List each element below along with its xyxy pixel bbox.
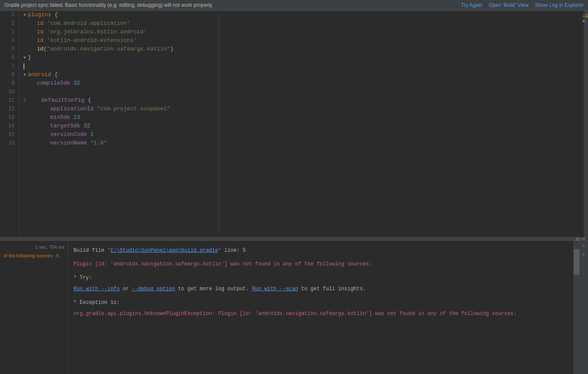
build-output-line: * Exception is: [74, 299, 568, 306]
string-token: 'kotlin-android-extensions' [47, 37, 137, 44]
number-token: 32 [83, 123, 90, 129]
build-time: 1 sec, 704 ms [0, 243, 68, 251]
error-text: org.gradle.api.plugins.UnknownPluginExce… [74, 311, 517, 317]
property-token: defaultConfig [41, 97, 88, 103]
notification-message: Gradle project sync failed. Basic functi… [4, 2, 213, 8]
tool-btn-2[interactable]: ≡ [580, 251, 587, 258]
editor-scrollbar[interactable]: ⚠1 ▲ [584, 11, 588, 237]
build-left-sidebar: 1 sec, 704 ms of the following sources: … [0, 241, 68, 374]
notification-bar: Gradle project sync failed. Basic functi… [0, 0, 588, 11]
try-again-link[interactable]: Try Again [461, 2, 482, 8]
code-line: versionName "1.0" [24, 139, 584, 147]
plain-token [24, 114, 50, 121]
plain-token [24, 20, 37, 27]
code-line: id 'kotlin-android-extensions' [24, 36, 584, 45]
show-log-link[interactable]: Show Log in Explorer [535, 2, 584, 8]
line-number: 9 [0, 79, 15, 88]
fold-icon[interactable]: ▽ [24, 97, 28, 105]
string-token: "1.0" [90, 140, 107, 146]
line-number: 11 [0, 96, 15, 105]
keyword-token: id [37, 29, 47, 35]
build-panel: 1 sec, 704 ms of the following sources: … [0, 241, 588, 374]
fold-icon[interactable]: ▼ [24, 54, 28, 62]
build-label-partial: of the following sources: :5 [0, 251, 68, 260]
string-token: "androidx.navigation.safeargs.kotlin" [47, 46, 171, 52]
build-output-line: * Try: [74, 274, 568, 282]
plain-token [24, 37, 37, 44]
property-token: versionName [50, 140, 90, 146]
plain-token: { [54, 12, 58, 18]
line-number: 10 [0, 88, 15, 96]
plain-token [24, 80, 37, 86]
build-output-line: Plugin [id: 'androidx.navigation.safearg… [74, 260, 568, 268]
warning-marker: ⚠1 ▲ [582, 13, 588, 24]
open-build-link[interactable]: Open 'Build' View [489, 2, 529, 8]
build-link[interactable]: Run with --scan [252, 286, 298, 292]
plain-token: ) [170, 46, 173, 52]
code-line: minSdk 23 [24, 113, 584, 122]
plain-token: } [28, 54, 31, 61]
plain-token [28, 97, 41, 103]
line-number: 15 [0, 130, 15, 139]
build-text: * Try: [74, 275, 92, 281]
code-line: targetSdk 32 [24, 122, 584, 130]
line-number: 13 [0, 113, 15, 122]
code-line: compileSdk 32 [24, 79, 584, 88]
build-text: or [120, 286, 132, 292]
build-scrollbar-thumb[interactable] [573, 249, 579, 275]
panel-splitter[interactable]: ⚙ — [0, 237, 588, 241]
plain-token [24, 131, 50, 138]
plain-token [24, 123, 50, 129]
plain-token [24, 29, 37, 35]
build-text: to get more log output. [175, 286, 252, 292]
line-number: 16 [0, 139, 15, 147]
build-scrollbar[interactable] [573, 241, 579, 374]
plain-token [24, 46, 37, 52]
property-token: minSdk [50, 114, 74, 121]
build-output-line: Run with --info or --debug option to get… [74, 285, 568, 293]
number-token: 23 [74, 114, 80, 121]
code-line: ▼} [24, 53, 584, 62]
plain-token [24, 106, 50, 112]
fold-icon[interactable]: ▼ [24, 11, 28, 20]
build-output[interactable]: Build file 'C:\Studio\SunPanel\app\build… [68, 241, 573, 374]
keyword-token: id [37, 20, 47, 27]
build-link[interactable]: C:\Studio\SunPanel\app\build.gradle [110, 247, 218, 253]
build-link[interactable]: --debug option [132, 286, 175, 292]
code-line: id 'com.android.application' [24, 19, 584, 28]
code-line: id 'org.jetbrains.kotlin.android' [24, 28, 584, 36]
editor-content[interactable]: ▼plugins { id 'com.android.application' … [19, 11, 584, 237]
line-number: 7 [0, 62, 15, 71]
keyword-token: plugins [28, 12, 54, 18]
code-line: ▽ defaultConfig { [24, 96, 584, 105]
code-line: id("androidx.navigation.safeargs.kotlin"… [24, 45, 584, 53]
build-text: * Exception is: [74, 300, 120, 306]
code-line: ▼android { [24, 71, 584, 79]
plain-token [24, 140, 50, 146]
build-text: to get full insights. [298, 286, 366, 292]
keyword-token: android [28, 71, 54, 78]
property-token: versionCode [50, 131, 90, 138]
text-cursor [24, 63, 24, 69]
editor-area: 12345678910111213141516 ▼plugins { id 'c… [0, 11, 588, 237]
string-token: 'com.android.application' [47, 20, 130, 27]
editor-split-divider [218, 11, 219, 237]
notification-actions: Try Again Open 'Build' View Show Log in … [461, 2, 584, 8]
error-text: Plugin [id: 'androidx.navigation.safearg… [74, 261, 372, 267]
string-token: "com.project.sunpanel" [97, 106, 171, 112]
plain-token: { [54, 71, 58, 78]
line-number: 5 [0, 45, 15, 53]
line-numbers: 12345678910111213141516 [0, 11, 19, 237]
tool-btn-1[interactable]: ≡ [580, 242, 587, 249]
code-line [24, 88, 584, 96]
string-token: 'org.jetbrains.kotlin.android' [47, 29, 147, 35]
line-number: 1 [0, 11, 15, 19]
line-number: 3 [0, 28, 15, 36]
code-line: applicationId "com.project.sunpanel" [24, 105, 584, 113]
fold-icon[interactable]: ▼ [24, 71, 28, 80]
line-number: 14 [0, 122, 15, 130]
property-token: compileSdk [37, 80, 74, 86]
build-link[interactable]: Run with --info [74, 286, 120, 292]
plain-token: ( [44, 46, 47, 52]
code-line [24, 62, 584, 71]
